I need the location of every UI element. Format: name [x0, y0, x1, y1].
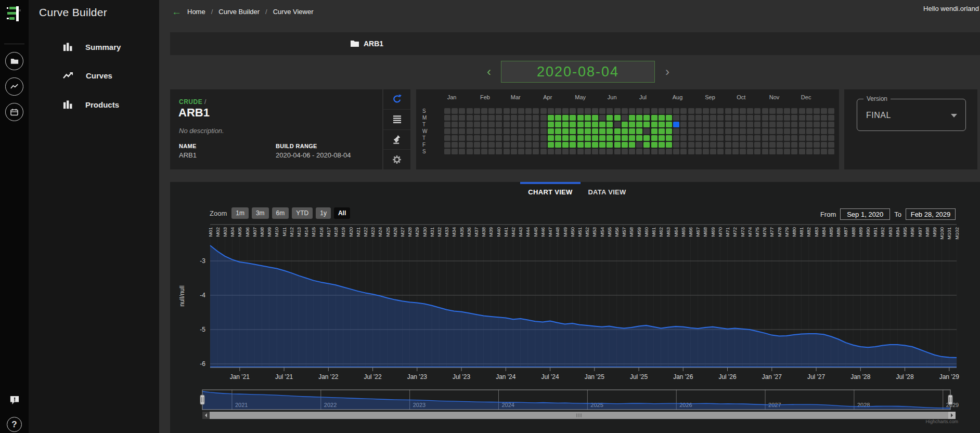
- calendar-cell[interactable]: [614, 149, 621, 154]
- calendar-cell[interactable]: [459, 115, 465, 121]
- calendar-cell[interactable]: [518, 149, 524, 154]
- breadcrumb-curve-builder[interactable]: Curve Builder: [218, 8, 260, 16]
- sidebar-item-curves[interactable]: Curves: [29, 66, 159, 85]
- calendar-cell[interactable]: [518, 135, 524, 141]
- calendar-cell[interactable]: [444, 149, 450, 154]
- calendar-cell[interactable]: [799, 108, 805, 114]
- calendar-cell[interactable]: [799, 135, 805, 141]
- calendar-cell-built[interactable]: [659, 135, 665, 141]
- calendar-cell[interactable]: [732, 149, 739, 154]
- calendar-cell[interactable]: [688, 149, 694, 154]
- calendar-cell-built[interactable]: [629, 135, 635, 141]
- calendar-cell[interactable]: [511, 108, 517, 114]
- calendar-cell-built[interactable]: [629, 142, 635, 148]
- calendar-cell-built[interactable]: [607, 115, 613, 121]
- calendar-cell[interactable]: [799, 149, 805, 154]
- calendar-cell[interactable]: [754, 135, 760, 141]
- calendar-cell[interactable]: [777, 149, 783, 154]
- calendar-cell[interactable]: [740, 128, 746, 134]
- calendar-cell[interactable]: [725, 149, 731, 154]
- calendar-cell[interactable]: [504, 142, 510, 148]
- calendar-cell[interactable]: [452, 128, 458, 134]
- calendar-cell-built[interactable]: [659, 142, 665, 148]
- calendar-cell-built[interactable]: [548, 135, 554, 141]
- calendar-cell[interactable]: [673, 142, 679, 148]
- calendar-cell-built[interactable]: [599, 122, 605, 127]
- calendar-cell-built[interactable]: [666, 142, 672, 148]
- sidebar-item-summary[interactable]: Summary: [29, 37, 159, 56]
- calendar-cell-built[interactable]: [651, 115, 657, 121]
- calendar-cell[interactable]: [570, 108, 576, 114]
- calendar-cell-built[interactable]: [592, 115, 598, 121]
- calendar-cell-built[interactable]: [636, 135, 642, 141]
- calendar-cell-built[interactable]: [607, 128, 613, 134]
- calendar-cell[interactable]: [452, 142, 458, 148]
- calendar-cell[interactable]: [814, 108, 820, 114]
- calendar-cell-built[interactable]: [622, 122, 628, 127]
- calendar-cell[interactable]: [444, 115, 450, 121]
- calendar-cell[interactable]: [540, 122, 547, 127]
- calendar-cell[interactable]: [688, 128, 694, 134]
- calendar-cell[interactable]: [636, 142, 642, 148]
- calendar-cell[interactable]: [828, 128, 834, 134]
- calendar-cell[interactable]: [533, 149, 539, 154]
- calendar-cell[interactable]: [695, 128, 702, 134]
- calendar-cell[interactable]: [540, 108, 547, 114]
- calendar-cell[interactable]: [622, 115, 628, 121]
- calendar-cell[interactable]: [725, 122, 731, 127]
- zoom-1m-button[interactable]: 1m: [231, 207, 249, 219]
- calendar-cell-built[interactable]: [562, 115, 569, 121]
- calendar-cell[interactable]: [607, 108, 613, 114]
- calendar-cell[interactable]: [703, 108, 709, 114]
- calendar-cell-built[interactable]: [577, 142, 584, 148]
- calendar-cell[interactable]: [680, 115, 687, 121]
- date-next-button[interactable]: ›: [660, 60, 675, 83]
- calendar-cell[interactable]: [511, 115, 517, 121]
- calendar-cell[interactable]: [673, 135, 679, 141]
- calendar-cell[interactable]: [481, 122, 487, 127]
- calendar-cell[interactable]: [821, 122, 827, 127]
- calendar-cell[interactable]: [732, 115, 739, 121]
- calendar-cell[interactable]: [784, 108, 790, 114]
- calendar-cell[interactable]: [622, 108, 628, 114]
- calendar-cell[interactable]: [511, 128, 517, 134]
- calendar-cell-built[interactable]: [592, 128, 598, 134]
- calendar-cell[interactable]: [592, 108, 598, 114]
- calendar-cell[interactable]: [504, 122, 510, 127]
- calendar-cell[interactable]: [636, 108, 642, 114]
- calendar-cell-built[interactable]: [585, 135, 591, 141]
- calendar-cell[interactable]: [791, 135, 797, 141]
- calendar-cell[interactable]: [695, 122, 702, 127]
- calendar-cell[interactable]: [777, 122, 783, 127]
- calendar-cell[interactable]: [643, 128, 650, 134]
- calendar-cell[interactable]: [784, 128, 790, 134]
- calendar-cell[interactable]: [821, 108, 827, 114]
- calendar-cell[interactable]: [806, 115, 813, 121]
- calendar-cell[interactable]: [511, 149, 517, 154]
- calendar-cell[interactable]: [732, 108, 739, 114]
- calendar-cell[interactable]: [474, 135, 480, 141]
- calendar-cell[interactable]: [496, 149, 502, 154]
- calendar-cell[interactable]: [747, 135, 753, 141]
- calendar-cell[interactable]: [459, 122, 465, 127]
- calendar-cell[interactable]: [488, 135, 495, 141]
- calendar-cell[interactable]: [740, 135, 746, 141]
- calendar-cell[interactable]: [607, 149, 613, 154]
- calendar-cell[interactable]: [791, 115, 797, 121]
- calendar-cell[interactable]: [666, 149, 672, 154]
- calendar-cell[interactable]: [695, 135, 702, 141]
- calendar-cell-built[interactable]: [636, 128, 642, 134]
- calendar-cell[interactable]: [680, 128, 687, 134]
- calendar-cell[interactable]: [717, 142, 724, 148]
- calendar-cell[interactable]: [474, 115, 480, 121]
- calendar-cell[interactable]: [459, 149, 465, 154]
- calendar-cell[interactable]: [740, 108, 746, 114]
- calendar-cell[interactable]: [659, 108, 665, 114]
- calendar-cell[interactable]: [732, 135, 739, 141]
- calendar-cell[interactable]: [452, 108, 458, 114]
- calendar-cell[interactable]: [762, 108, 768, 114]
- calendar-cell[interactable]: [688, 142, 694, 148]
- calendar-cell[interactable]: [533, 108, 539, 114]
- calendar-cell[interactable]: [710, 128, 716, 134]
- calendar-cell[interactable]: [467, 149, 473, 154]
